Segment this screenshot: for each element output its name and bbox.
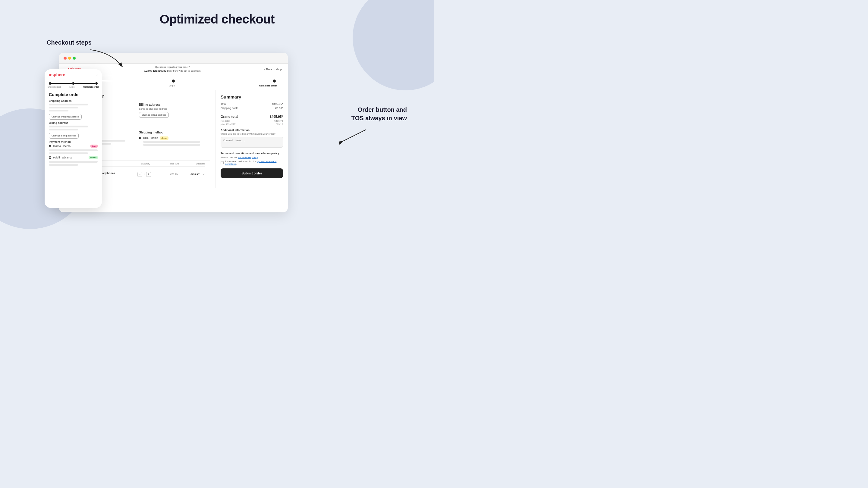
summary-divider xyxy=(221,112,283,112)
support-label: Questions regarding your order? xyxy=(144,65,201,69)
step-label-cart: Shopping cart xyxy=(48,86,61,88)
dhl-label: DHL - Demo xyxy=(143,136,158,139)
browser-step-login: Login xyxy=(169,84,175,87)
ph-klarna-2 xyxy=(49,153,88,154)
billing-col: Billing address Same as shipping address… xyxy=(139,103,210,128)
support-phone: 12345-123456789 xyxy=(144,69,166,72)
comment-textarea[interactable] xyxy=(221,137,283,148)
dhl-radio[interactable] xyxy=(139,137,141,139)
shipping-method-label: Shipping method xyxy=(139,131,210,134)
ph-line-4 xyxy=(49,126,88,127)
product-qty-1: − 1 + xyxy=(137,172,159,177)
grand-value: €495.95* xyxy=(270,115,283,119)
col-header-qty: Quantity xyxy=(133,162,158,165)
checkout-steps-annotation: Checkout steps xyxy=(47,39,92,46)
billing-section-label: Billing address xyxy=(139,103,210,106)
back-to-shop-link[interactable]: < Back to shop xyxy=(264,68,282,71)
phone-complete-order-title: Complete order xyxy=(49,92,98,97)
additional-info-section: Additional information Would you like to… xyxy=(221,129,283,149)
phone-payment-advance: Paid in advance prepaid xyxy=(49,156,98,159)
order-button-arrow xyxy=(339,127,369,144)
step-dot-2 xyxy=(72,82,74,85)
additional-info-desc: Would you like to tell us anything about… xyxy=(221,133,283,135)
ph-klarna-1 xyxy=(49,150,98,151)
browser-step-line-2 xyxy=(175,81,273,82)
ph-line-1 xyxy=(49,104,88,105)
product-remove-1[interactable]: × xyxy=(203,172,205,176)
tos-checkbox-text: I have read and accepted the general ter… xyxy=(225,160,283,165)
ph-advance-2 xyxy=(49,164,78,166)
qty-decrease-btn[interactable]: − xyxy=(137,172,142,177)
tos-section: Terms and conditions and cancellation po… xyxy=(221,152,283,165)
tos-checkbox-row: I have read and accepted the general ter… xyxy=(221,160,283,165)
support-hours: Daily from 7:30 am to 10:00 pm xyxy=(167,70,201,72)
dot-green xyxy=(73,57,76,60)
summary-total-row: Total €495.95* xyxy=(221,102,283,105)
phone-payment-klarna: Klarna - Demo demo xyxy=(49,144,98,148)
page-title: Optimized checkout xyxy=(159,12,274,27)
empty-col xyxy=(139,150,210,157)
klarna-radio-inner xyxy=(50,145,51,147)
ph-dhl-2 xyxy=(143,144,200,146)
phone-step-labels: Shopping cart Login Complete order xyxy=(44,86,102,88)
summary-title: Summary xyxy=(221,94,283,99)
dhl-option: DHL - Demo demo xyxy=(139,135,210,141)
advance-label: Paid in advance xyxy=(53,156,72,159)
col-header-vat: incl. VAT xyxy=(158,162,179,165)
step-label-login: Login xyxy=(69,86,74,88)
ph-line-3 xyxy=(49,110,68,111)
shipping-cost-value: €0.00* xyxy=(275,107,283,110)
phone-logo: ●sphere xyxy=(49,72,65,77)
phone-steps-bar xyxy=(44,79,102,86)
vat-value: €79.19 xyxy=(276,123,283,126)
step-dot-3 xyxy=(95,82,98,85)
browser-step-complete: Complete order xyxy=(259,84,277,87)
qty-increase-btn[interactable]: + xyxy=(146,172,151,177)
klarna-badge: demo xyxy=(90,144,98,148)
net-label: Net total xyxy=(221,120,230,122)
summary-net-row: Net total €416.76 xyxy=(221,120,283,122)
support-info: Questions regarding your order? 12345-12… xyxy=(144,65,201,73)
summary-shipping-row: Shipping costs €0.00* xyxy=(221,107,283,110)
ph-dhl-1 xyxy=(143,141,200,143)
net-value: €416.76 xyxy=(274,120,283,122)
checkout-steps-arrow xyxy=(87,47,127,71)
dhl-radio-fill xyxy=(140,137,141,138)
summary-vat-row: plus 19% VAT €79.19 xyxy=(221,123,283,126)
order-button-annotation: Order button and TOS always in view xyxy=(347,105,407,122)
col-header-subtotal: Subtotal xyxy=(179,162,205,165)
klarna-label: Klarna - Demo xyxy=(53,144,70,148)
advance-radio[interactable] xyxy=(49,156,51,159)
phone-change-shipping-btn[interactable]: Change shipping address xyxy=(49,114,82,120)
tos-checkbox[interactable] xyxy=(221,161,224,164)
advance-badge: prepaid xyxy=(89,156,98,159)
shipping-method-col: Shipping method DHL - Demo demo xyxy=(139,131,210,147)
cancellation-policy-link[interactable]: cancellation policy xyxy=(238,156,257,159)
ph-line-5 xyxy=(49,129,78,130)
total-label: Total xyxy=(221,102,226,105)
tos-title: Terms and conditions and cancellation po… xyxy=(221,152,283,155)
phone-change-billing-btn[interactable]: Change billing address xyxy=(49,133,79,138)
qty-value: 1 xyxy=(144,173,145,176)
submit-order-button[interactable]: Submit order xyxy=(221,168,283,178)
additional-info-title: Additional information xyxy=(221,129,283,132)
tos-link-row: Please note our cancellation policy. xyxy=(221,156,283,159)
page-content: Optimized checkout Checkout steps Order … xyxy=(0,0,434,244)
total-value: €495.95* xyxy=(272,102,283,105)
phone-mockup: ●sphere ‹ Shopping cart Login Complete o… xyxy=(44,69,102,208)
phone-close-button[interactable]: ‹ xyxy=(96,72,98,77)
browser-step-dot-3 xyxy=(273,79,276,83)
product-subtotal-1: €495.95* xyxy=(179,173,200,175)
product-vat-1: €79.19 xyxy=(160,173,178,175)
klarna-radio[interactable] xyxy=(49,145,51,147)
phone-content: Complete order Shipping address Change s… xyxy=(44,90,102,169)
dot-yellow xyxy=(68,57,71,60)
browser-step-dot-2 xyxy=(172,79,175,83)
ph-line-2 xyxy=(49,107,78,108)
vat-label: plus 19% VAT xyxy=(221,123,236,126)
shipping-cost-label: Shipping costs xyxy=(221,107,239,110)
summary-panel: Summary Total €495.95* Shipping costs €0… xyxy=(216,90,288,188)
step-label-complete: Complete order xyxy=(83,86,99,88)
change-billing-btn[interactable]: Change billing address xyxy=(139,112,169,118)
browser-dots xyxy=(64,57,76,60)
